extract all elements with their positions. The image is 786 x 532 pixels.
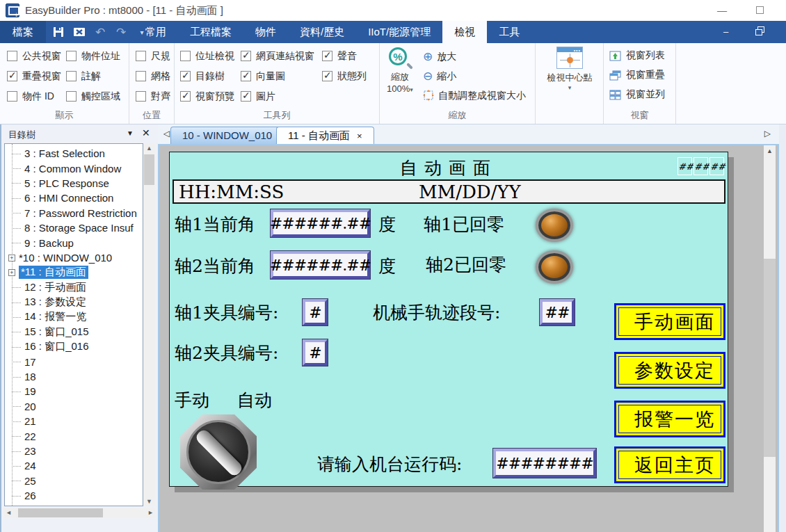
tree-item-12-[interactable]: 12 : 手动画面 [5, 280, 143, 295]
tab-window-010[interactable]: 10 - WINDOW_010 [170, 127, 284, 144]
expand-plus-icon[interactable]: + [8, 255, 15, 261]
checkbox-重疊視窗[interactable]: 重疊視窗 [7, 66, 61, 86]
axis1-fixture-label[interactable]: 轴1夹具编号: [175, 301, 278, 324]
scrollbar-thumb[interactable] [764, 259, 776, 457]
checkbox-icon[interactable] [136, 91, 146, 102]
ribbon-tab-4[interactable]: IIoT/能源管理 [356, 21, 442, 43]
datetime-bar[interactable]: HH:MM:SS MM/DD/YY [173, 179, 725, 204]
checkbox-icon[interactable] [180, 71, 191, 81]
tree-item-22[interactable]: 22 [5, 428, 143, 443]
return-home-button[interactable]: 返回主页 [614, 446, 725, 483]
tree-item-7-Password-Restriction[interactable]: 7 : Password Restriction [5, 206, 143, 220]
ribbon-tab-1[interactable]: 工程檔案 [178, 21, 243, 43]
tree-item-17[interactable]: 17 [5, 354, 143, 369]
checkbox-聲音[interactable]: 聲音 [322, 46, 367, 66]
axis2-fixture-label[interactable]: 轴2夹具编号: [175, 341, 278, 364]
scrollbar-thumb[interactable] [144, 154, 154, 185]
checkbox-註解[interactable]: 註解 [66, 66, 120, 86]
axis1-homed-led[interactable] [538, 211, 570, 239]
numeric-object[interactable]: ## [677, 157, 692, 175]
trajectory-field[interactable]: ## [540, 299, 575, 325]
simulation-icon[interactable] [72, 25, 86, 39]
manual-screen-button[interactable]: 手动画面 [614, 303, 725, 340]
ribbon-minimize-icon[interactable]: – [723, 26, 728, 37]
checkbox-icon[interactable] [241, 91, 251, 102]
fit-to-window-button[interactable]: 自動調整成視窗大小 [423, 86, 526, 106]
checkbox-icon[interactable] [66, 51, 77, 61]
numeric-object[interactable]: ## [693, 157, 708, 175]
checkbox-視窗預覽[interactable]: 視窗預覽 [180, 86, 234, 106]
checkbox-icon[interactable] [66, 91, 77, 102]
checkbox-目錄樹[interactable]: 目錄樹 [180, 66, 234, 86]
checkbox-icon[interactable] [180, 91, 191, 102]
axis2-unit-label[interactable]: 度 [378, 255, 396, 277]
tab-auto-screen[interactable]: 11 - 自动画面× [276, 127, 374, 144]
axis2-homed-label[interactable]: 轴2已回零 [426, 253, 506, 276]
file-menu-button[interactable]: 檔案 [0, 21, 46, 43]
trajectory-label[interactable]: 机械手轨迹段号: [373, 301, 500, 324]
window-list-button[interactable]: 視窗列表 [609, 46, 665, 65]
tree-item-21[interactable]: 21 [5, 414, 143, 428]
run-code-label[interactable]: 请输入机台运行码: [317, 453, 462, 476]
tree-item-6-HMI-Connection[interactable]: 6 : HMI Connection [5, 191, 143, 205]
checkbox-公共視窗[interactable]: 公共視窗 [7, 46, 61, 66]
view-center-button[interactable]: ••• 檢視中心點 ▾ [536, 47, 604, 91]
tree-item-18[interactable]: 18 [5, 369, 143, 384]
zoom-out-button[interactable]: ⊖ 縮小 [423, 67, 526, 86]
tree-item-16-016[interactable]: 16 : 窗口_016 [5, 339, 143, 354]
ribbon-tab-5[interactable]: 檢視 [442, 21, 487, 43]
tree-item--11-[interactable]: +*11 : 自动画面 [5, 265, 143, 280]
undo-icon[interactable]: ↶ [93, 25, 107, 39]
expand-plus-icon[interactable]: + [8, 269, 15, 276]
tab-close-icon[interactable]: × [357, 131, 362, 141]
axis1-fixture-field[interactable]: # [303, 299, 328, 325]
window-cascade-button[interactable]: 視窗重疊 [609, 65, 665, 85]
axis1-angle-field[interactable]: ######.## [271, 209, 370, 237]
tree-item-23[interactable]: 23 [5, 444, 143, 458]
checkbox-icon[interactable] [7, 91, 17, 102]
checkbox-icon[interactable] [136, 71, 146, 81]
window-tile-button[interactable]: 視窗並列 [609, 85, 665, 104]
axis1-homed-label[interactable]: 轴1已回零 [424, 213, 504, 236]
tree-item-25[interactable]: 25 [5, 474, 143, 488]
axis2-homed-led[interactable] [538, 253, 570, 281]
panel-menu-icon[interactable]: ▼ [127, 129, 134, 137]
scroll-right-icon[interactable]: ► [147, 509, 154, 516]
tree-item-24[interactable]: 24 [5, 458, 143, 473]
checkbox-對齊[interactable]: 對齊 [136, 86, 170, 106]
tree-item-27[interactable]: 27 [5, 503, 143, 506]
hmi-screen-canvas[interactable]: 自动画面 ## ## ## HH:MM:SS MM/DD/YY 轴1当前角 ##… [169, 152, 728, 487]
time-placeholder[interactable]: HH:MM:SS [179, 182, 284, 202]
tree-item--10-WINDOW-010[interactable]: +*10 : WINDOW_010 [5, 250, 143, 265]
tree-item-3-Fast-Selection[interactable]: 3 : Fast Selection [5, 146, 143, 161]
checkbox-向量圖[interactable]: 向量圖 [241, 66, 314, 86]
checkbox-icon[interactable] [322, 71, 332, 81]
axis1-angle-label[interactable]: 轴1当前角 [175, 213, 255, 236]
scroll-left-icon[interactable]: ◄ [6, 509, 12, 516]
ribbon-tab-3[interactable]: 資料/歷史 [288, 21, 356, 43]
checkbox-icon[interactable] [7, 71, 17, 81]
tree-vertical-scrollbar[interactable]: ▲ ▼ [143, 143, 155, 506]
manual-label[interactable]: 手动 [175, 389, 209, 412]
ribbon-tab-2[interactable]: 物件 [243, 21, 288, 43]
alarm-list-button[interactable]: 报警一览 [614, 401, 725, 437]
panel-close-icon[interactable]: ✕ [142, 127, 150, 138]
checkbox-物件位址[interactable]: 物件位址 [66, 46, 120, 66]
checkbox-icon[interactable] [241, 51, 251, 61]
checkbox-觸控區域[interactable]: 觸控區域 [66, 86, 120, 106]
scroll-up-icon[interactable]: ▲ [764, 147, 776, 154]
tree-item-5-PLC-Response[interactable]: 5 : PLC Response [5, 176, 143, 191]
run-code-field[interactable]: ######## [493, 449, 596, 478]
checkbox-icon[interactable] [136, 51, 146, 61]
checkbox-網頁連結視窗[interactable]: 網頁連結視窗 [241, 46, 314, 66]
tree-item-14-[interactable]: 14 : 报警一览 [5, 309, 143, 324]
mode-rotary-switch[interactable] [180, 414, 257, 490]
checkbox-狀態列[interactable]: 狀態列 [322, 66, 367, 86]
tree-item-13-[interactable]: 13 : 参数设定 [5, 295, 143, 309]
tree-item-26[interactable]: 26 [5, 488, 143, 503]
date-placeholder[interactable]: MM/DD/YY [419, 182, 521, 202]
maximize-button[interactable] [746, 3, 773, 18]
ribbon-tab-6[interactable]: 工具 [487, 21, 531, 43]
ribbon-restore-icon[interactable] [755, 26, 764, 35]
zoom-ratio-button[interactable]: % 縮放 100%▾ [381, 46, 419, 94]
